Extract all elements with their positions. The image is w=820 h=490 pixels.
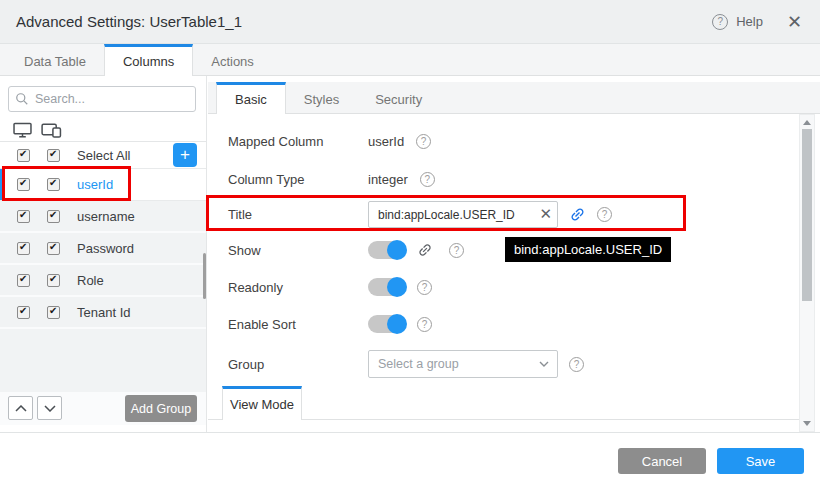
scroll-up-icon[interactable] <box>803 120 811 125</box>
column-label: Password <box>77 241 134 256</box>
column-row-password[interactable]: Password <box>0 233 206 265</box>
tab-security[interactable]: Security <box>357 82 440 113</box>
group-select[interactable]: Select a group <box>368 350 558 378</box>
role-checkbox-desktop[interactable] <box>17 274 30 287</box>
column-label: Tenant Id <box>77 305 131 320</box>
column-row-role[interactable]: Role <box>0 265 206 297</box>
add-group-button[interactable]: Add Group <box>125 395 197 422</box>
search-icon <box>15 92 29 106</box>
group-help-icon[interactable]: ? <box>569 357 584 372</box>
sidebar-bottom-bar: Add Group <box>0 392 206 425</box>
title-row: Title ✕ ? <box>228 201 784 228</box>
dialog-footer: Cancel Save <box>0 432 820 490</box>
column-row-userid[interactable]: userId <box>0 169 206 201</box>
tenantid-checkbox-mobile[interactable] <box>47 306 60 319</box>
bind-link-icon[interactable] <box>569 206 586 223</box>
group-select-placeholder: Select a group <box>378 357 459 371</box>
mapped-column-value: userId <box>368 134 404 149</box>
panel-scrollbar[interactable] <box>799 114 815 432</box>
dialog-header: Advanced Settings: UserTable1_1 ? Help ✕ <box>0 0 820 44</box>
mapped-column-help-icon[interactable]: ? <box>416 134 431 149</box>
column-list: Select All + userId username <box>0 142 206 392</box>
readonly-toggle[interactable] <box>368 278 406 296</box>
title-input[interactable] <box>368 201 558 228</box>
move-down-button[interactable] <box>37 396 62 420</box>
scroll-down-icon[interactable] <box>803 421 811 426</box>
search-box <box>8 86 196 112</box>
role-checkbox-mobile[interactable] <box>47 274 60 287</box>
readonly-help-icon[interactable]: ? <box>417 280 432 295</box>
tab-actions[interactable]: Actions <box>193 44 272 75</box>
column-label: userId <box>77 177 113 192</box>
dialog-body: Select All + userId username <box>0 76 820 432</box>
readonly-label: Readonly <box>228 280 368 295</box>
bind-tooltip: bind:appLocale.USER_ID <box>505 237 671 262</box>
enable-sort-help-icon[interactable]: ? <box>417 317 432 332</box>
mapped-column-row: Mapped Column userId ? <box>228 131 784 151</box>
show-label: Show <box>228 243 368 258</box>
add-column-button[interactable]: + <box>173 143 197 167</box>
help-link[interactable]: Help <box>736 14 763 29</box>
username-checkbox-mobile[interactable] <box>47 210 60 223</box>
readonly-row: Readonly ? <box>228 277 784 297</box>
column-label: Role <box>77 273 104 288</box>
title-input-wrap: ✕ <box>368 201 558 228</box>
userid-checkbox-desktop[interactable] <box>17 178 30 191</box>
sidebar-scrollbar[interactable] <box>203 253 206 299</box>
column-type-help-icon[interactable]: ? <box>420 172 435 187</box>
enable-sort-toggle[interactable] <box>368 315 406 333</box>
tab-view-mode[interactable]: View Mode <box>222 386 302 420</box>
select-all-checkbox-desktop[interactable] <box>17 149 30 162</box>
column-row-username[interactable]: username <box>0 201 206 233</box>
column-type-label: Column Type <box>228 172 368 187</box>
password-checkbox-desktop[interactable] <box>17 242 30 255</box>
column-type-value: integer <box>368 172 408 187</box>
save-button[interactable]: Save <box>717 448 804 474</box>
userid-checkbox-mobile[interactable] <box>47 178 60 191</box>
group-row: Group Select a group ? <box>228 350 784 378</box>
main-tabbar: Data Table Columns Actions <box>0 44 820 76</box>
help-icon[interactable]: ? <box>712 14 728 30</box>
tab-basic[interactable]: Basic <box>216 82 286 114</box>
select-all-checkbox-mobile[interactable] <box>47 149 60 162</box>
tab-data-table[interactable]: Data Table <box>6 44 104 75</box>
tenantid-checkbox-desktop[interactable] <box>17 306 30 319</box>
show-toggle[interactable] <box>368 241 406 259</box>
title-label: Title <box>228 207 368 222</box>
clear-icon[interactable]: ✕ <box>539 206 552 221</box>
column-row-tenant-id[interactable]: Tenant Id <box>0 297 206 329</box>
tab-columns[interactable]: Columns <box>104 44 193 76</box>
show-help-icon[interactable]: ? <box>449 243 464 258</box>
select-all-label: Select All <box>77 148 130 163</box>
mapped-column-label: Mapped Column <box>228 134 368 149</box>
panel-tabbar: Basic Styles Security <box>208 82 820 114</box>
move-up-button[interactable] <box>8 396 33 420</box>
username-checkbox-desktop[interactable] <box>17 210 30 223</box>
chevron-down-icon <box>539 361 549 367</box>
advanced-settings-dialog: Advanced Settings: UserTable1_1 ? Help ✕… <box>0 0 820 490</box>
cancel-button[interactable]: Cancel <box>618 448 706 474</box>
close-icon[interactable]: ✕ <box>785 13 804 31</box>
column-type-row: Column Type integer ? <box>228 169 784 189</box>
selected-indicator <box>0 169 3 200</box>
enable-sort-label: Enable Sort <box>228 317 368 332</box>
mobile-devices-icon[interactable] <box>41 122 62 138</box>
device-toggle-row <box>0 118 206 142</box>
search-input[interactable] <box>8 86 196 112</box>
column-label: username <box>77 209 135 224</box>
enable-sort-row: Enable Sort ? <box>228 314 784 334</box>
dialog-title: Advanced Settings: UserTable1_1 <box>16 13 242 30</box>
select-all-row[interactable]: Select All + <box>0 142 206 169</box>
group-label: Group <box>228 357 368 372</box>
columns-sidebar: Select All + userId username <box>0 76 207 432</box>
password-checkbox-mobile[interactable] <box>47 242 60 255</box>
header-actions: ? Help ✕ <box>712 13 804 31</box>
scrollbar-thumb[interactable] <box>802 129 812 301</box>
show-bind-link-icon[interactable] <box>417 242 433 258</box>
tab-styles[interactable]: Styles <box>286 82 357 113</box>
title-help-icon[interactable]: ? <box>597 207 612 222</box>
desktop-icon[interactable] <box>13 122 32 138</box>
